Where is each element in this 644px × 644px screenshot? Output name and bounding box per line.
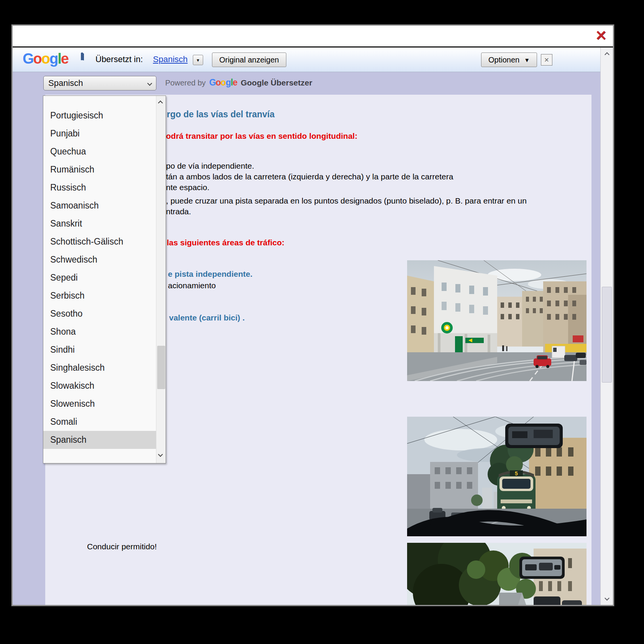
dropdown-scroll-up-icon[interactable] — [158, 100, 163, 105]
photo-tree-street — [407, 543, 586, 605]
toolbar-close-button[interactable]: ✕ — [541, 54, 552, 66]
blue-item-1: e pista independiente. — [168, 269, 253, 279]
window-close-icon[interactable]: ✕ — [595, 26, 607, 45]
language-option[interactable]: Sindhi — [43, 341, 156, 359]
translator-window: ✕ Google Übersetzt in: Spanisch ▼ Origin… — [12, 25, 614, 606]
language-link[interactable]: Spanisch — [153, 54, 188, 64]
photo-windshield-tram: 5 — [407, 417, 586, 536]
language-link-dropdown-button[interactable]: ▼ — [193, 55, 203, 65]
title-bar: ✕ — [13, 26, 613, 46]
language-option[interactable]: Singhalesisch — [43, 359, 156, 377]
page-heading: rgo de las vías del tranvía — [167, 109, 274, 120]
footer-note: Conducir permitido! — [87, 541, 157, 552]
translator-band: Spanisch Powered by Google Google Überse… — [13, 72, 600, 94]
body-line: ntrada. — [166, 206, 191, 217]
logo-letter: e — [233, 77, 237, 87]
logo-letter: g — [49, 51, 58, 67]
logo-letter: G — [23, 51, 33, 67]
language-option[interactable]: Punjabi — [43, 125, 156, 143]
language-option[interactable]: Rumänisch — [43, 161, 156, 179]
language-option[interactable]: Slowakisch — [43, 377, 156, 395]
show-original-button[interactable]: Original anzeigen — [212, 53, 286, 67]
language-select-value: Spanisch — [48, 78, 148, 88]
options-label: Optionen — [488, 56, 519, 64]
body-line: nte espacio. — [166, 182, 209, 193]
language-option[interactable]: Portugiesisch — [43, 107, 156, 125]
chevron-down-icon — [147, 81, 152, 86]
language-option[interactable]: Russisch — [43, 179, 156, 197]
dropdown-scrollbar-thumb[interactable] — [157, 346, 165, 389]
warning-line-2: las siguientes áreas de tráfico: — [167, 238, 284, 247]
body-line: tán a ambos lados de la carretera (izqui… — [166, 171, 453, 182]
language-select[interactable]: Spanisch — [43, 76, 156, 90]
dropdown-scrollbar[interactable] — [156, 96, 166, 463]
scroll-down-button[interactable] — [601, 591, 613, 605]
language-option[interactable]: Somali — [43, 413, 156, 431]
lock-icon — [81, 54, 89, 67]
body-line: , puede cruzar una pista separada en los… — [166, 196, 527, 206]
translated-in-label: Übersetzt in: — [95, 54, 143, 64]
logo-letter: e — [61, 51, 68, 67]
scroll-up-button[interactable] — [601, 48, 613, 61]
google-translate-toolbar: Google Übersetzt in: Spanisch ▼ Original… — [13, 48, 600, 72]
language-option[interactable]: Slowenisch — [43, 395, 156, 413]
language-option[interactable]: Sanskrit — [43, 215, 156, 233]
language-option[interactable]: Schwedisch — [43, 251, 156, 269]
language-option[interactable]: Sepedi — [43, 269, 156, 287]
language-option-selected[interactable]: Spanisch — [43, 431, 156, 449]
language-option[interactable]: Schottisch-Gälisch — [43, 233, 156, 251]
svg-text:5: 5 — [515, 470, 518, 476]
photo-street-tram-tracks — [407, 260, 586, 381]
body-line: po de vía independiente. — [166, 161, 254, 171]
language-option[interactable]: Shona — [43, 323, 156, 341]
google-logo: Google — [23, 51, 68, 67]
logo-letter: G — [209, 77, 216, 87]
page-scrollbar[interactable] — [600, 48, 613, 605]
options-button[interactable]: Optionen ▼ — [481, 53, 537, 67]
product-name: Google Übersetzer — [241, 78, 312, 87]
blue-item-2: valente (carril bici) . — [169, 313, 245, 322]
logo-letter: o — [221, 77, 226, 87]
language-option[interactable]: Sesotho — [43, 305, 156, 323]
dropdown-scroll-down-icon[interactable] — [158, 452, 163, 457]
options-arrow-icon: ▼ — [524, 57, 530, 63]
language-option[interactable]: Quechua — [43, 143, 156, 161]
language-option[interactable]: Serbisch — [43, 287, 156, 305]
logo-letter: l — [58, 51, 61, 67]
logo-letter: g — [226, 77, 231, 87]
google-logo-small: Google — [209, 77, 237, 88]
logo-letter: o — [33, 51, 41, 67]
language-option[interactable]: Samoanisch — [43, 197, 156, 215]
logo-letter: o — [41, 51, 49, 67]
language-dropdown: PortugiesischPunjabiQuechuaRumänischRuss… — [43, 95, 166, 463]
logo-letter: o — [216, 77, 221, 87]
powered-by: Powered by Google Google Übersetzer — [165, 77, 312, 88]
page-scrollbar-thumb[interactable] — [602, 287, 612, 383]
plain-item: acionamiento — [168, 280, 216, 291]
powered-by-label: Powered by — [165, 79, 206, 87]
language-option-list: PortugiesischPunjabiQuechuaRumänischRuss… — [43, 107, 166, 449]
main-area: Google Übersetzt in: Spanisch ▼ Original… — [13, 48, 600, 605]
warning-line-1: odrá transitar por las vías en sentido l… — [166, 131, 357, 141]
